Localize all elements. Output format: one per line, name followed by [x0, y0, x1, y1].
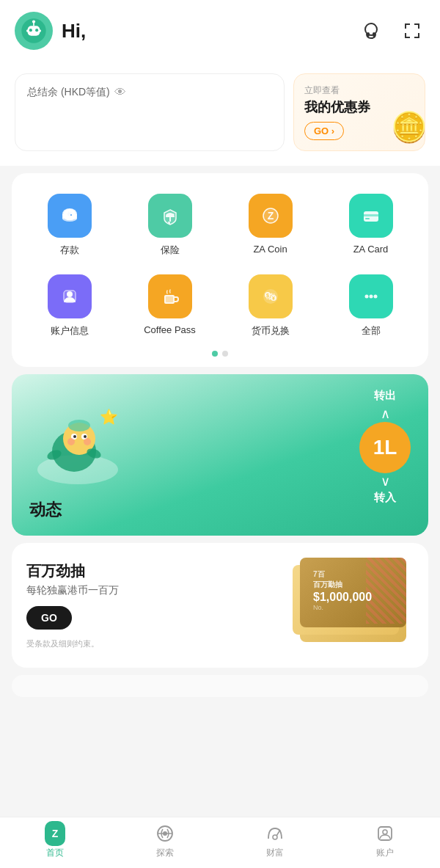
- home-nav-icon: Z: [45, 823, 65, 844]
- explore-nav-icon: [155, 823, 175, 844]
- za-logo: Z: [45, 821, 65, 846]
- svg-point-29: [173, 214, 175, 215]
- nav-wealth[interactable]: 财富: [220, 823, 330, 859]
- deposit-icon: [48, 194, 92, 238]
- svg-point-28: [166, 214, 167, 216]
- page-dots: [19, 351, 421, 357]
- character-illustration: ⭐: [26, 389, 129, 484]
- service-account-info[interactable]: 账户信息: [19, 269, 120, 343]
- transfer-out: 转出 ∧ 1L ∨ 转入: [359, 389, 411, 508]
- balance-section: 总结余 (HKD等值) 👁 立即查看 我的优惠券 GO › 🪙: [0, 62, 440, 166]
- ticket-main: 7百 百万勤抽 $1,000,000 No.: [300, 558, 406, 627]
- services-container: 存款 保险: [12, 173, 428, 367]
- service-coffee-pass[interactable]: Coffee Pass: [120, 269, 220, 343]
- svg-text:¥: ¥: [272, 296, 275, 301]
- service-all[interactable]: 全部: [320, 269, 421, 343]
- transfer-out-label: 转出: [359, 389, 411, 403]
- svg-rect-25: [69, 210, 70, 213]
- deposit-label: 存款: [60, 244, 79, 257]
- svg-rect-18: [418, 33, 419, 38]
- svg-point-59: [67, 438, 75, 445]
- svg-point-47: [373, 295, 377, 299]
- svg-point-45: [364, 295, 368, 299]
- dynamic-label: 动态: [29, 499, 62, 521]
- service-za-coin[interactable]: Z ZA Coin: [220, 188, 320, 263]
- headphone-icon[interactable]: [358, 18, 384, 44]
- svg-rect-14: [418, 23, 419, 29]
- transfer-up-arrow: ∧: [359, 406, 411, 422]
- scan-icon[interactable]: [399, 18, 425, 44]
- svg-point-26: [70, 214, 72, 216]
- svg-point-53: [73, 435, 76, 438]
- svg-point-54: [84, 435, 87, 438]
- coupon-illustration: 🪙: [391, 110, 425, 145]
- next-card-hint: [12, 675, 428, 697]
- greeting-text: Hi,: [62, 20, 86, 43]
- dot-1: [212, 351, 218, 357]
- za-coin-label: ZA Coin: [253, 244, 287, 255]
- transfer-button[interactable]: 1L: [359, 422, 411, 473]
- nav-wealth-label: 财富: [266, 847, 284, 859]
- wealth-nav-icon: [265, 823, 285, 844]
- ticket-stack: 7百 7百 百万勤抽 $1,000,000 No.: [282, 558, 406, 646]
- svg-point-3: [35, 29, 38, 32]
- service-za-card[interactable]: ZA Card: [320, 188, 421, 263]
- svg-point-60: [84, 438, 91, 445]
- avatar: [15, 12, 53, 50]
- coupon-go-button[interactable]: GO ›: [304, 122, 344, 140]
- svg-rect-34: [365, 218, 370, 219]
- nav-explore[interactable]: 探索: [110, 823, 220, 859]
- dot-2: [222, 351, 228, 357]
- coffee-pass-icon: [148, 274, 192, 318]
- account-info-icon: [48, 274, 92, 318]
- za-card-label: ZA Card: [353, 244, 389, 255]
- za-coin-icon: Z: [249, 194, 293, 238]
- header-icons: [358, 18, 425, 44]
- svg-point-6: [26, 29, 29, 32]
- promo-image: 7百 7百 百万勤抽 $1,000,000 No.: [282, 558, 414, 653]
- nav-account-label: 账户: [376, 847, 394, 859]
- svg-point-67: [383, 830, 387, 834]
- header-left: Hi,: [15, 12, 86, 50]
- promo-content: 百万劲抽 每轮独赢港币一百万 GO 受条款及细则约束。: [26, 561, 282, 649]
- transfer-section: ⭐ 转出 ∧ 1L ∨ 转入 动态: [12, 374, 428, 536]
- svg-rect-33: [364, 214, 378, 216]
- eye-icon[interactable]: 👁: [114, 86, 126, 99]
- ticket-amount: $1,000,000: [313, 590, 393, 604]
- promo-go-button[interactable]: GO: [26, 606, 72, 630]
- nav-account[interactable]: 账户: [330, 823, 440, 859]
- svg-line-65: [277, 830, 281, 836]
- nav-home[interactable]: Z 首页: [0, 823, 110, 859]
- svg-point-46: [369, 295, 373, 299]
- service-deposit[interactable]: 存款: [19, 188, 120, 263]
- coffee-pass-label: Coffee Pass: [144, 324, 196, 335]
- svg-point-64: [273, 835, 277, 839]
- currency-exchange-icon: $ ¥: [249, 274, 293, 318]
- service-insurance[interactable]: 保险: [120, 188, 220, 263]
- transfer-in-label: 转入: [359, 491, 411, 505]
- ticket-no: No.: [313, 604, 393, 611]
- nav-home-label: 首页: [46, 847, 64, 859]
- coupon-card[interactable]: 立即查看 我的优惠券 GO › 🪙: [293, 73, 425, 151]
- svg-text:$: $: [266, 293, 269, 299]
- account-nav-icon: [375, 823, 395, 844]
- service-currency-exchange[interactable]: $ ¥ 货币兑换: [220, 269, 320, 343]
- svg-point-2: [29, 29, 32, 32]
- svg-text:Z: Z: [267, 210, 274, 222]
- bottom-nav: Z 首页 探索 财富: [0, 817, 440, 868]
- account-info-label: 账户信息: [51, 324, 89, 338]
- svg-point-7: [39, 29, 41, 32]
- all-icon: [349, 274, 393, 318]
- promo-subtitle: 每轮独赢港币一百万: [26, 584, 282, 597]
- svg-point-37: [67, 292, 72, 297]
- promo-title: 百万劲抽: [26, 561, 282, 581]
- svg-point-55: [68, 420, 90, 431]
- insurance-label: 保险: [161, 244, 180, 257]
- coupon-subtitle: 立即查看: [304, 84, 414, 97]
- header: Hi,: [0, 0, 440, 62]
- svg-rect-39: [166, 296, 173, 302]
- svg-rect-12: [405, 23, 406, 29]
- nav-explore-label: 探索: [156, 847, 174, 859]
- promo-disclaimer: 受条款及细则约束。: [26, 638, 282, 649]
- currency-exchange-label: 货币兑换: [252, 324, 290, 338]
